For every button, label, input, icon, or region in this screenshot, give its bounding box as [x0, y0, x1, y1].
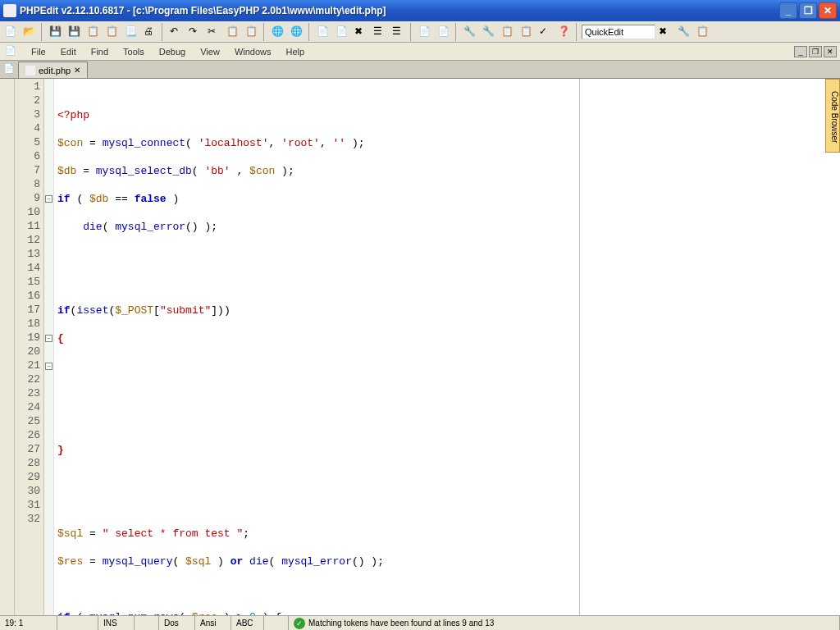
tab-close-icon[interactable]: ✕	[74, 66, 80, 75]
tb-btn-f4[interactable]: 📋	[518, 23, 536, 41]
save-button[interactable]: 💾	[47, 23, 65, 41]
tab-label: edit.php	[39, 66, 71, 75]
tool-icon: 🔧	[463, 25, 477, 39]
redo-icon: ↷	[189, 25, 202, 39]
line-ending: Dos	[159, 616, 195, 630]
new-file-icon: 📄	[4, 25, 17, 39]
tab-bar: 📄 edit.php ✕	[0, 61, 840, 79]
tb-btn-e2[interactable]: 📄	[435, 23, 453, 41]
tb-btn-5[interactable]: 📋	[84, 23, 103, 41]
print-icon: 🖨	[144, 25, 157, 39]
save-icon: 💾	[49, 25, 62, 39]
tb-btn-r2[interactable]: 🌐	[288, 23, 306, 41]
window-titlebar: PHPEdit v2.12.10.6817 - [c:\Program File…	[0, 0, 840, 21]
mdi-minimize-button[interactable]: _	[794, 46, 807, 57]
tb-btn-f5[interactable]: ✓	[536, 23, 555, 41]
status-cell	[264, 616, 289, 630]
menu-tools[interactable]: Tools	[116, 45, 151, 58]
tb-btn-d5[interactable]: ☰	[390, 23, 408, 41]
editor-area: 1234567891011121314151617181920212223242…	[0, 79, 840, 615]
cut-button[interactable]: ✂	[205, 23, 223, 41]
quickedit-input[interactable]	[582, 25, 655, 39]
run-button[interactable]: 🌐	[269, 23, 287, 41]
tb-btn-d4[interactable]: ☰	[371, 23, 389, 41]
tb-btn-g3[interactable]: 📋	[694, 23, 712, 41]
doc-icon: 📃	[125, 25, 138, 39]
status-message: ✓Matching tokens have been found at line…	[289, 616, 840, 630]
tb-btn-d1[interactable]: 📄	[314, 23, 332, 41]
fold-strip: − − −	[44, 79, 54, 615]
doc-icon: 📄	[317, 25, 330, 39]
close-button[interactable]: ✕	[819, 2, 837, 19]
globe-icon: 🌐	[272, 25, 285, 39]
cut-icon: ✂	[208, 25, 221, 39]
menu-edit[interactable]: Edit	[54, 45, 83, 58]
print-button[interactable]: 🖨	[141, 23, 159, 41]
save-all-icon: 💾	[68, 25, 81, 39]
fold-marker-icon[interactable]: −	[45, 363, 52, 370]
save-all-button[interactable]: 💾	[66, 23, 84, 41]
tb-btn-g2[interactable]: 🔧	[675, 23, 693, 41]
paste-icon: 📋	[245, 25, 258, 39]
tb-btn-g1[interactable]: ✖	[656, 23, 674, 41]
new-file-button[interactable]: 📄	[2, 23, 20, 41]
menu-view[interactable]: View	[194, 45, 226, 58]
tool-icon: 📋	[696, 25, 710, 39]
app-icon	[3, 4, 16, 17]
mdi-close-button[interactable]: ✕	[824, 46, 837, 57]
help-button[interactable]: ❓	[555, 23, 573, 41]
fold-marker-icon[interactable]: −	[45, 335, 52, 342]
tool-icon: 📋	[520, 25, 533, 39]
doc-icon: 📋	[106, 25, 119, 39]
cursor-position: 19: 1	[0, 616, 57, 630]
copy-icon: 📋	[226, 25, 240, 39]
menu-file[interactable]: File	[25, 45, 52, 58]
menu-windows[interactable]: Windows	[228, 45, 278, 58]
open-file-button[interactable]: 📂	[21, 23, 39, 41]
code-browser-tab[interactable]: Code Browser	[825, 79, 840, 153]
menu-help[interactable]: Help	[280, 45, 312, 58]
mdi-controls: _ ❐ ✕	[794, 46, 837, 57]
menubar: 📄 File Edit Find Tools Debug View Window…	[0, 43, 840, 61]
undo-icon: ↶	[170, 25, 183, 39]
tb-btn-f3[interactable]: 📋	[499, 23, 517, 41]
tab-editphp[interactable]: edit.php ✕	[18, 62, 88, 78]
tool-icon: 🔧	[482, 25, 495, 39]
encoding: Ansi	[195, 616, 231, 630]
copy-button[interactable]: 📋	[224, 23, 242, 41]
doc-icon: 📄	[3, 63, 16, 76]
main-toolbar: 📄 📂 💾 💾 📋 📋 📃 🖨 ↶ ↷ ✂ 📋 📋 🌐 🌐 📄 📄 ✖ ☰ ☰ …	[0, 21, 840, 43]
globe-icon: 🌐	[290, 25, 304, 39]
tb-btn-7[interactable]: 📃	[122, 23, 140, 41]
tb-btn-f1[interactable]: 🔧	[461, 23, 479, 41]
undo-button[interactable]: ↶	[167, 23, 185, 41]
redo-button[interactable]: ↷	[186, 23, 204, 41]
statusbar: 19: 1 INS Dos Ansi ABC ✓Matching tokens …	[0, 615, 840, 630]
maximize-button[interactable]: ❐	[799, 2, 817, 19]
app-menu-icon: 📄	[5, 45, 18, 58]
spellcheck-icon: ✓	[539, 25, 552, 39]
insert-mode: INS	[98, 616, 135, 630]
tb-btn-d3[interactable]: ✖	[352, 23, 370, 41]
tb-btn-e1[interactable]: 📄	[416, 23, 434, 41]
fold-marker-icon[interactable]: −	[45, 195, 52, 203]
doc-icon: 📄	[418, 25, 431, 39]
menu-debug[interactable]: Debug	[153, 45, 192, 58]
status-cell	[57, 616, 98, 630]
tool-icon: 🔧	[678, 25, 691, 39]
line-number-gutter: 1234567891011121314151617181920212223242…	[15, 79, 44, 615]
code-editor[interactable]: <?php $con = mysql_connect( 'localhost',…	[54, 79, 840, 615]
php-file-icon	[25, 66, 35, 75]
menu-find[interactable]: Find	[84, 45, 115, 58]
spellcheck-status: ABC	[231, 616, 264, 630]
paste-button[interactable]: 📋	[243, 23, 261, 41]
left-tool-strip	[0, 79, 15, 615]
list-icon: ☰	[392, 25, 405, 39]
ok-icon: ✓	[294, 618, 305, 629]
window-title: PHPEdit v2.12.10.6817 - [c:\Program File…	[20, 5, 778, 16]
tb-btn-d2[interactable]: 📄	[333, 23, 351, 41]
tb-btn-f2[interactable]: 🔧	[480, 23, 498, 41]
tb-btn-6[interactable]: 📋	[103, 23, 121, 41]
minimize-button[interactable]: _	[779, 2, 797, 19]
mdi-restore-button[interactable]: ❐	[809, 46, 822, 57]
